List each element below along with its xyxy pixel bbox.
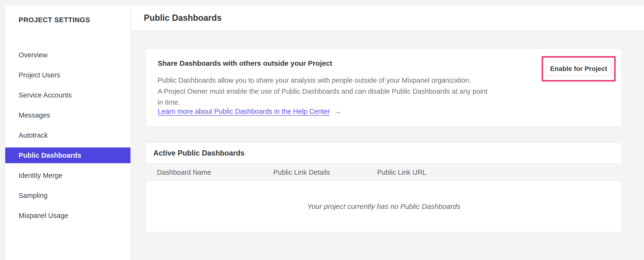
project-settings-sidebar: PROJECT SETTINGS Overview Project Users … (5, 5, 131, 260)
description-line: Public Dashboards allow you to share you… (158, 75, 488, 86)
active-public-dashboards-card: Active Public Dashboards Dashboard Name … (146, 143, 622, 232)
active-card-heading-row: Active Public Dashboards (146, 143, 622, 164)
page-title: Public Dashboards (131, 13, 222, 23)
page-header: Public Dashboards (131, 5, 644, 31)
dashboards-empty-state: Your project currently has no Public Das… (146, 181, 622, 232)
sidebar-item-service-accounts[interactable]: Service Accounts (5, 87, 130, 103)
help-link-row: Learn more about Public Dashboards in th… (158, 107, 341, 115)
description-line: in time. (158, 97, 488, 108)
column-header-dashboard-name: Dashboard Name (157, 168, 211, 176)
share-dashboards-card: Share Dashboards with others outside you… (146, 49, 622, 127)
share-card-heading: Share Dashboards with others outside you… (158, 59, 332, 67)
sidebar-item-messages[interactable]: Messages (5, 107, 130, 123)
sidebar-item-identity-merge[interactable]: Identity Merge (5, 168, 130, 183)
share-card-description: Public Dashboards allow you to share you… (158, 75, 488, 108)
active-card-heading: Active Public Dashboards (153, 149, 244, 158)
column-header-public-link-details: Public Link Details (273, 168, 330, 176)
sidebar-item-autotrack[interactable]: Autotrack (5, 127, 130, 143)
help-center-link[interactable]: Learn more about Public Dashboards in th… (158, 107, 330, 115)
dashboards-table-header: Dashboard Name Public Link Details Publi… (146, 164, 622, 181)
empty-state-message: Your project currently has no Public Das… (307, 202, 460, 211)
description-line: A Project Owner must enable the use of P… (158, 86, 488, 97)
arrow-right-icon: → (334, 107, 341, 115)
sidebar-item-mixpanel-usage[interactable]: Mixpanel Usage (5, 208, 130, 223)
sidebar-item-sampling[interactable]: Sampling (5, 188, 130, 203)
sidebar-item-overview[interactable]: Overview (5, 47, 130, 63)
enable-for-project-button[interactable]: Enable for Project (546, 62, 612, 76)
sidebar-title: PROJECT SETTINGS (18, 16, 130, 24)
sidebar-item-public-dashboards[interactable]: Public Dashboards (5, 148, 130, 163)
sidebar-item-project-users[interactable]: Project Users (5, 67, 130, 83)
annotation-highlight-box: Enable for Project (542, 56, 616, 81)
sidebar-nav: Overview Project Users Service Accounts … (5, 47, 130, 223)
column-header-public-link-url: Public Link URL (377, 168, 426, 176)
